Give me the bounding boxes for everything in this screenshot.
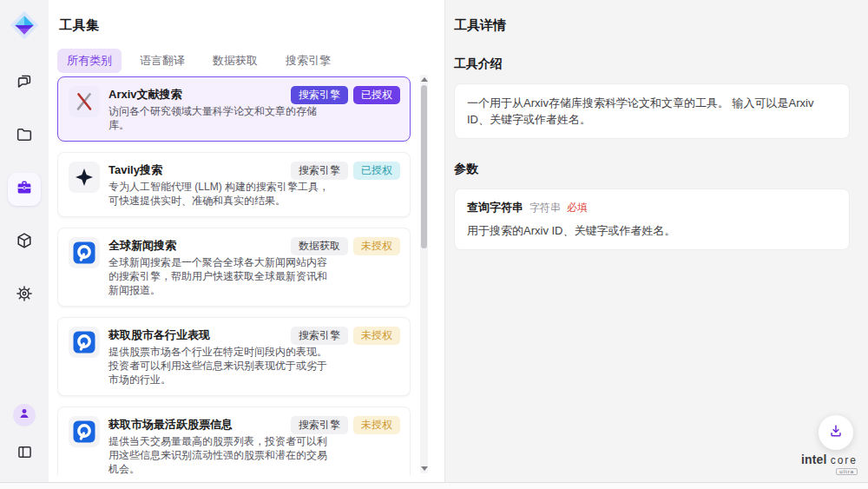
tool-card-badges: 搜索引擎已授权	[291, 162, 400, 180]
scroll-up-arrow-icon[interactable]	[421, 77, 428, 82]
tool-card[interactable]: Arxiv文献搜索访问各个研究领域大量科学论文和文章的存储库。搜索引擎已授权	[57, 76, 411, 142]
sidebar-item-settings[interactable]	[8, 279, 41, 312]
tool-card-badges: 搜索引擎已授权	[291, 86, 400, 104]
category-badge: 搜索引擎	[291, 327, 348, 345]
folder-icon	[15, 125, 34, 148]
tool-card-description: 专为人工智能代理 (LLM) 构建的搜索引擎工具，可快速提供实时、准确和真实的结…	[108, 180, 329, 208]
tools-panel: 工具集 所有类别语言翻译数据获取搜索引擎 Arxiv文献搜索访问各个研究领域大量…	[49, 0, 444, 482]
auth-status-badge: 已授权	[353, 86, 400, 104]
tab-所有类别[interactable]: 所有类别	[57, 49, 122, 73]
category-badge: 搜索引擎	[291, 416, 348, 434]
param-description: 用于搜索的Arxiv ID、关键字或作者姓名。	[467, 223, 837, 239]
tab-语言翻译[interactable]: 语言翻译	[130, 49, 194, 73]
tool-card-badges: 搜索引擎未授权	[291, 327, 400, 345]
tool-intro-card: 一个用于从Arxiv存储库搜索科学论文和文章的工具。 输入可以是Arxiv ID…	[454, 83, 850, 139]
sidebar-item-toolbox[interactable]	[8, 173, 41, 206]
category-badge: 数据获取	[291, 237, 348, 255]
tool-card-description: 全球新闻搜索是一个聚合全球各大新闻网站内容的搜索引擎，帮助用户快速获取全球最新资…	[108, 255, 329, 297]
param-card: 查询字符串 字符串 必填 用于搜索的Arxiv ID、关键字或作者姓名。	[454, 188, 850, 250]
category-tabs: 所有类别语言翻译数据获取搜索引擎	[57, 49, 444, 73]
toolbox-icon	[15, 178, 34, 201]
chat-icon	[15, 72, 34, 95]
user-icon	[16, 406, 32, 425]
tool-details-panel: 工具详情 工具介绍 一个用于从Arxiv存储库搜索科学论文和文章的工具。 输入可…	[444, 0, 868, 482]
tool-card-badges: 数据获取未授权	[291, 237, 400, 255]
gem-logo-icon	[9, 10, 40, 41]
juhe-q-icon	[69, 327, 100, 358]
download-button[interactable]	[819, 415, 853, 450]
download-icon	[827, 422, 845, 443]
tool-card[interactable]: 全球新闻搜索全球新闻搜索是一个聚合全球各大新闻网站内容的搜索引擎，帮助用户快速获…	[57, 228, 411, 307]
category-badge: 搜索引擎	[291, 86, 348, 104]
tool-card[interactable]: 获取市场最活跃股票信息提供当天交易量最高的股票列表，投资者可以利用这些信息来识别…	[57, 406, 411, 475]
sidebar	[0, 0, 49, 482]
app-window: 工具集 所有类别语言翻译数据获取搜索引擎 Arxiv文献搜索访问各个研究领域大量…	[0, 0, 868, 483]
tab-数据获取[interactable]: 数据获取	[203, 49, 267, 73]
brand-ultra-badge: ultra	[836, 468, 858, 475]
tools-panel-title: 工具集	[59, 17, 444, 34]
panel-toggle-icon	[16, 443, 34, 465]
user-avatar[interactable]	[13, 404, 36, 426]
panel-toggle-button[interactable]	[8, 437, 41, 470]
param-required-badge: 必填	[567, 201, 588, 215]
tool-details-title: 工具详情	[454, 17, 850, 34]
auth-status-badge: 未授权	[353, 416, 400, 434]
scroll-down-arrow-icon[interactable]	[421, 466, 428, 471]
tool-intro-text: 一个用于从Arxiv存储库搜索科学论文和文章的工具。 输入可以是Arxiv ID…	[467, 95, 837, 128]
tool-card-description: 访问各个研究领域大量科学论文和文章的存储库。	[108, 104, 329, 132]
intel-core-logo: intel core ultra	[801, 453, 858, 475]
tavily-star-icon	[69, 162, 100, 193]
auth-status-badge: 未授权	[353, 327, 400, 345]
params-heading: 参数	[454, 162, 850, 177]
brand-core-text: core	[831, 454, 858, 466]
tab-搜索引擎[interactable]: 搜索引擎	[276, 49, 340, 73]
juhe-q-icon	[69, 416, 100, 447]
cube-icon	[15, 231, 34, 254]
arxiv-icon	[69, 86, 100, 117]
sidebar-item-folder[interactable]	[8, 120, 41, 153]
gear-icon	[15, 284, 34, 307]
tool-card-description: 提供股票市场各个行业在特定时间段内的表现。投资者可以利用这些信息来识别表现优于或…	[108, 345, 329, 387]
category-badge: 搜索引擎	[291, 162, 348, 180]
param-type: 字符串	[529, 201, 561, 215]
tool-card[interactable]: 获取股市各行业表现提供股票市场各个行业在特定时间段内的表现。投资者可以利用这些信…	[57, 317, 411, 396]
list-scrollbar[interactable]	[420, 75, 428, 473]
scrollbar-thumb[interactable]	[421, 85, 427, 248]
sidebar-item-chat[interactable]	[8, 67, 41, 100]
app-screen: 工具集 所有类别语言翻译数据获取搜索引擎 Arxiv文献搜索访问各个研究领域大量…	[0, 0, 868, 489]
tool-card-list: Arxiv文献搜索访问各个研究领域大量科学论文和文章的存储库。搜索引擎已授权Ta…	[57, 76, 411, 475]
brand-intel-text: intel	[801, 453, 827, 466]
auth-status-badge: 未授权	[353, 237, 400, 255]
tool-card-badges: 搜索引擎未授权	[291, 416, 400, 434]
tool-intro-heading: 工具介绍	[454, 56, 850, 72]
tool-card-description: 提供当天交易量最高的股票列表，投资者可以利用这些信息来识别流动性强的股票和潜在的…	[108, 434, 329, 475]
sidebar-item-cube[interactable]	[8, 226, 41, 259]
tool-card[interactable]: Tavily搜索专为人工智能代理 (LLM) 构建的搜索引擎工具，可快速提供实时…	[57, 152, 411, 217]
param-name: 查询字符串	[467, 200, 523, 215]
auth-status-badge: 已授权	[353, 162, 400, 180]
juhe-q-icon	[69, 237, 100, 268]
